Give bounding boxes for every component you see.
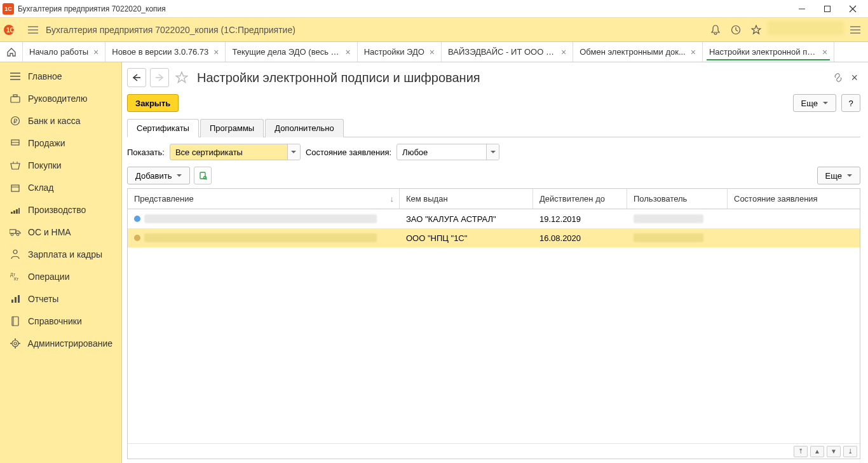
tab-label: Настройки электронной под... [709, 47, 817, 57]
row-status-icon [134, 216, 140, 222]
cell-issuer: ООО "НПЦ "1С" [400, 228, 533, 247]
sidebar-item[interactable]: ДтКтОперации [0, 265, 121, 287]
sidebar-item[interactable]: Склад [0, 176, 121, 198]
tab[interactable]: ВАЙЗЭДВАЙС - ИТ ООО (К...× [442, 42, 573, 62]
settings-menu-icon[interactable] [846, 21, 864, 39]
state-combo[interactable] [397, 144, 499, 160]
col-state[interactable]: Состояние заявления [728, 189, 860, 209]
cell-valid: 16.08.2020 [533, 228, 627, 247]
cell-state [728, 209, 860, 228]
subtab[interactable]: Сертификаты [127, 119, 199, 137]
col-issuer[interactable]: Кем выдан [400, 189, 533, 209]
more-button[interactable]: Еще [793, 94, 836, 112]
add-button[interactable]: Добавить [127, 167, 190, 184]
cell-issuer: ЗАО "КАЛУГА АСТРАЛ" [400, 209, 533, 228]
table-more-button[interactable]: Еще [817, 167, 860, 184]
sidebar-item-label: Отчеты [28, 294, 58, 304]
col-user[interactable]: Пользователь [627, 189, 728, 209]
sidebar-item[interactable]: ₽Банк и касса [0, 109, 121, 132]
box-icon [9, 181, 22, 194]
close-window-button[interactable] [840, 0, 865, 18]
svg-text:Кт: Кт [14, 277, 19, 281]
menu-icon [9, 70, 22, 83]
sidebar-item[interactable]: ОС и НМА [0, 221, 121, 243]
minimize-button[interactable] [789, 0, 815, 18]
tab[interactable]: Настройки электронной под...× [703, 42, 834, 62]
sidebar-item[interactable]: Справочники [0, 310, 121, 332]
tab-close-icon[interactable]: × [822, 48, 827, 57]
cell-presentation [128, 209, 400, 228]
sidebar-item[interactable]: Руководителю [0, 87, 121, 109]
subtab[interactable]: Дополнительно [265, 119, 344, 137]
favorite-star-icon[interactable] [173, 69, 191, 86]
bell-icon[interactable] [707, 21, 724, 39]
sidebar-item-label: Справочники [28, 316, 82, 326]
help-button[interactable]: ? [841, 94, 860, 112]
history-icon[interactable] [727, 21, 745, 39]
scroll-top-icon[interactable]: ⤒ [794, 446, 808, 457]
sidebar-item[interactable]: Производство [0, 198, 121, 221]
show-input[interactable] [170, 144, 287, 160]
svg-rect-37 [11, 300, 13, 303]
refresh-icon[interactable] [194, 167, 212, 184]
tab-label: Начало работы [29, 47, 88, 57]
col-presentation[interactable]: Представление [128, 189, 400, 209]
gear-icon [9, 337, 22, 350]
scroll-down-icon[interactable]: ▼ [827, 446, 841, 457]
svg-rect-25 [11, 185, 19, 191]
sidebar-item-label: Продажи [28, 138, 65, 148]
sidebar-item[interactable]: Покупки [0, 154, 121, 176]
tab-label: Обмен электронными док... [580, 47, 686, 57]
svg-rect-38 [15, 297, 17, 303]
cell-user [627, 209, 728, 228]
subtab[interactable]: Программы [200, 119, 264, 137]
home-tab[interactable] [0, 42, 23, 62]
maximize-button[interactable] [815, 0, 840, 18]
svg-point-43 [14, 342, 17, 345]
svg-text:₽: ₽ [13, 118, 18, 125]
coin-icon: ₽ [9, 114, 22, 127]
table-body: ЗАО "КАЛУГА АСТРАЛ"19.12.2019ООО "НПЦ "1… [128, 209, 860, 443]
close-button[interactable]: Закрыть [127, 94, 179, 112]
sidebar-item[interactable]: Отчеты [0, 287, 121, 310]
tab-close-icon[interactable]: × [214, 48, 219, 57]
state-input[interactable] [397, 144, 486, 160]
show-combo[interactable] [170, 144, 301, 160]
svg-point-34 [13, 250, 17, 254]
tab[interactable]: Текущие дела ЭДО (весь д...× [226, 42, 357, 62]
tab[interactable]: Обмен электронными док...× [573, 42, 703, 62]
sidebar-item[interactable]: Зарплата и кадры [0, 243, 121, 265]
tab-close-icon[interactable]: × [345, 48, 350, 57]
tab[interactable]: Начало работы× [23, 42, 105, 62]
main-menu-button[interactable] [25, 22, 41, 38]
scroll-up-icon[interactable]: ▲ [810, 446, 824, 457]
tab-label: ВАЙЗЭДВАЙС - ИТ ООО (К... [448, 47, 556, 57]
show-dropdown-icon[interactable] [287, 144, 300, 160]
sidebar-item[interactable]: Главное [0, 65, 121, 87]
tab-close-icon[interactable]: × [93, 48, 98, 57]
nav-back-button[interactable] [127, 68, 146, 87]
svg-marker-10 [752, 25, 761, 34]
nav-forward-button[interactable] [150, 68, 169, 87]
sidebar-item[interactable]: Администрирование [0, 332, 121, 354]
person-icon [9, 248, 22, 261]
link-icon[interactable] [833, 73, 843, 83]
page-title: Настройки электронной подписи и шифрован… [197, 71, 829, 85]
table-row[interactable]: ООО "НПЦ "1С"16.08.2020 [128, 228, 860, 247]
tab[interactable]: Настройки ЭДО× [358, 42, 442, 62]
os-title: Бухгалтерия предприятия 7022020_копия [18, 4, 789, 13]
tab-close-icon[interactable]: × [561, 48, 566, 57]
star-icon[interactable] [747, 21, 765, 39]
col-valid[interactable]: Действителен до [533, 189, 627, 209]
sidebar-item[interactable]: Продажи [0, 132, 121, 154]
svg-rect-17 [11, 97, 20, 102]
tab-close-icon[interactable]: × [691, 48, 696, 57]
tab[interactable]: Новое в версии 3.0.76.73× [105, 42, 226, 62]
table-row[interactable]: ЗАО "КАЛУГА АСТРАЛ"19.12.2019 [128, 209, 860, 228]
close-tab-button[interactable]: × [848, 71, 860, 85]
scroll-bottom-icon[interactable]: ⤓ [843, 446, 857, 457]
state-dropdown-icon[interactable] [486, 144, 499, 160]
app-bar: 1C Бухгалтерия предприятия 7022020_копия… [0, 18, 868, 42]
tab-close-icon[interactable]: × [430, 48, 435, 57]
basket-icon [9, 159, 22, 172]
